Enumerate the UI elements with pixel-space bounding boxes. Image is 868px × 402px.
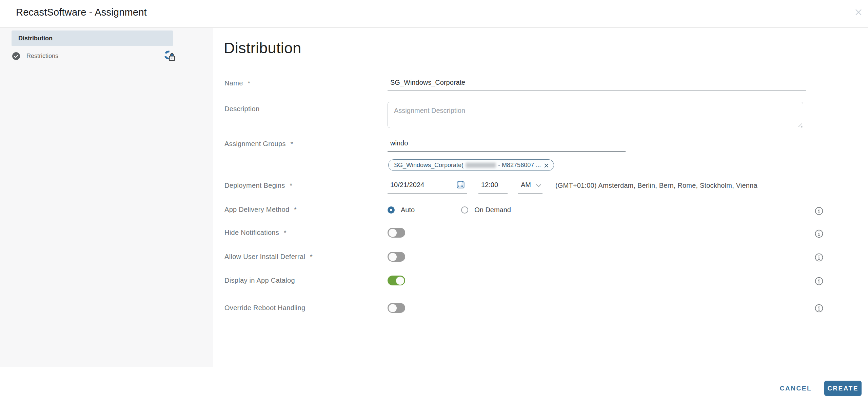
- info-icon[interactable]: [815, 207, 823, 215]
- description-label: Description: [224, 102, 388, 128]
- sidebar-item-label: Restrictions: [26, 53, 58, 60]
- app-delivery-method-field-row: App Delivery Method* Auto On Demand: [224, 205, 868, 215]
- radio-auto[interactable]: [388, 206, 395, 214]
- chip-remove-icon[interactable]: [544, 163, 549, 168]
- assignment-groups-input[interactable]: [388, 139, 626, 152]
- assignment-groups-label: Assignment Groups*: [224, 139, 388, 171]
- chevron-down-icon: [536, 184, 541, 187]
- name-input[interactable]: [388, 79, 806, 91]
- assignment-group-chip[interactable]: SG_Windows_Corporate( - M82756007 ...: [388, 159, 554, 171]
- required-marker: *: [291, 140, 293, 147]
- cancel-button[interactable]: CANCEL: [780, 385, 812, 392]
- info-icon[interactable]: [815, 253, 823, 262]
- required-marker: *: [248, 80, 251, 87]
- description-field-row: Description: [224, 102, 868, 128]
- allow-user-install-deferral-label: Allow User Install Deferral*: [224, 252, 388, 262]
- distribution-form-panel: Distribution Name* Description: [213, 28, 868, 367]
- display-in-app-catalog-label: Display in App Catalog: [224, 276, 388, 285]
- deployment-date-input[interactable]: [388, 181, 467, 194]
- page-title: Distribution: [224, 39, 301, 57]
- name-label: Name*: [224, 79, 388, 91]
- required-marker: *: [290, 182, 293, 189]
- calendar-icon[interactable]: [456, 180, 465, 189]
- sidebar-item-label: Distribution: [18, 35, 53, 42]
- display-in-app-catalog-field-row: Display in App Catalog: [224, 276, 868, 285]
- allow-user-install-deferral-toggle[interactable]: [388, 252, 405, 262]
- toggle-knob: [389, 229, 397, 237]
- info-icon[interactable]: [815, 304, 823, 313]
- close-icon[interactable]: [854, 7, 863, 17]
- timezone-text: (GMT+01:00) Amsterdam, Berlin, Bern, Rom…: [555, 181, 757, 190]
- meridiem-value: AM: [521, 181, 531, 189]
- required-marker: *: [310, 253, 313, 260]
- radio-on-demand-label: On Demand: [474, 206, 511, 214]
- display-in-app-catalog-toggle[interactable]: [388, 276, 405, 285]
- sidebar-item-distribution[interactable]: Distribution: [12, 31, 173, 46]
- deployment-begins-field-row: Deployment Begins*: [224, 181, 868, 194]
- create-button[interactable]: CREATE: [824, 381, 862, 396]
- check-circle-icon: [12, 52, 20, 60]
- info-icon[interactable]: [815, 229, 823, 238]
- app-delivery-method-label: App Delivery Method*: [224, 205, 388, 215]
- sync-lock-icon: [163, 50, 176, 62]
- description-textarea[interactable]: [388, 102, 803, 128]
- toggle-knob: [396, 277, 404, 285]
- override-reboot-handling-label: Override Reboot Handling: [224, 303, 388, 313]
- wizard-step-sidebar: Distribution Restrictions: [0, 28, 213, 367]
- radio-on-demand[interactable]: [461, 206, 468, 214]
- override-reboot-handling-toggle[interactable]: [388, 303, 405, 313]
- toggle-knob: [389, 253, 397, 261]
- hide-notifications-field-row: Hide Notifications*: [224, 228, 868, 238]
- hide-notifications-toggle[interactable]: [388, 228, 405, 238]
- assignment-groups-field-row: Assignment Groups* SG_Windows_Corporate(…: [224, 139, 868, 171]
- info-icon[interactable]: [815, 277, 823, 285]
- allow-user-install-deferral-field-row: Allow User Install Deferral*: [224, 252, 868, 262]
- chip-label-suffix: - M82756007 ...: [498, 162, 541, 169]
- required-marker: *: [294, 206, 297, 213]
- dialog-footer: CANCEL CREATE: [780, 381, 862, 396]
- toggle-knob: [389, 304, 397, 312]
- required-marker: *: [284, 229, 287, 236]
- meridiem-select[interactable]: AM: [518, 181, 542, 194]
- chip-label-prefix: SG_Windows_Corporate(: [394, 162, 463, 169]
- override-reboot-handling-field-row: Override Reboot Handling: [224, 303, 868, 313]
- hide-notifications-label: Hide Notifications*: [224, 228, 388, 238]
- dialog-title: RecastSoftware - Assignment: [16, 7, 147, 18]
- deployment-begins-label: Deployment Begins*: [224, 181, 388, 194]
- chip-redacted-segment: [466, 163, 496, 168]
- deployment-time-input[interactable]: [478, 181, 508, 194]
- dialog-titlebar: RecastSoftware - Assignment: [0, 0, 868, 28]
- radio-auto-label: Auto: [401, 206, 415, 214]
- name-field-row: Name*: [224, 79, 868, 91]
- sidebar-item-restrictions[interactable]: Restrictions: [12, 48, 173, 64]
